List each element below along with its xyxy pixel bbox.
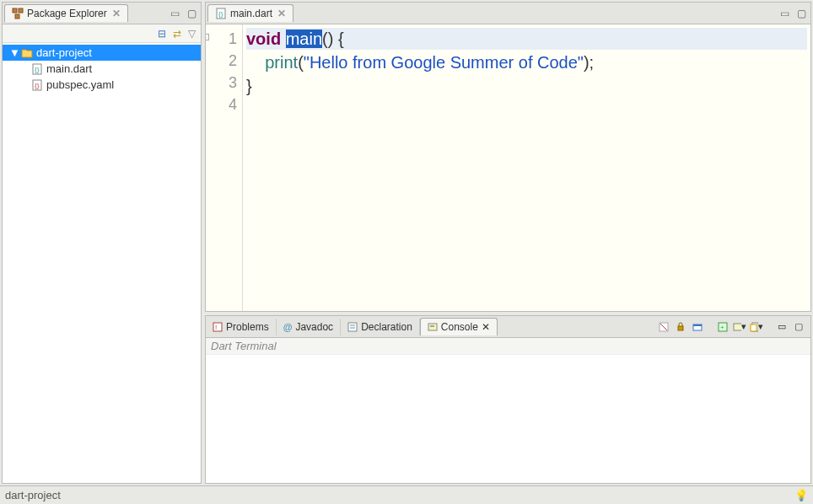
svg-rect-2 (15, 14, 19, 19)
selection: main (286, 29, 322, 48)
folder-icon (21, 48, 33, 58)
svg-rect-0 (13, 8, 17, 13)
file-name: main.dart (46, 62, 92, 75)
package-explorer-toolbar: ⊟ ⇄ ▽ (3, 24, 201, 43)
package-explorer-tree[interactable]: ▼ dart-project {} main.dart {} pubspec.y… (3, 43, 201, 483)
svg-rect-11 (348, 323, 357, 331)
svg-rect-1 (19, 8, 23, 13)
line-number: -1 (206, 28, 237, 50)
line-number: 3 (206, 72, 237, 94)
file-node[interactable]: {} pubspec.yaml (3, 77, 201, 93)
package-explorer-tabbar: Package Explorer ✕ ▭ ▢ (3, 3, 201, 24)
console-label: Console (441, 321, 478, 333)
dart-file-icon: {} (31, 63, 43, 75)
svg-rect-14 (428, 324, 437, 330)
package-explorer-panel: Package Explorer ✕ ▭ ▢ ⊟ ⇄ ▽ ▼ dart-proj… (2, 2, 202, 484)
svg-text:{}: {} (218, 10, 223, 18)
project-name: dart-project (36, 46, 92, 59)
svg-rect-23 (734, 324, 741, 330)
collapse-all-icon[interactable]: ⊟ (158, 28, 166, 40)
project-node[interactable]: ▼ dart-project (3, 45, 201, 61)
console-icon (428, 322, 438, 332)
fold-icon[interactable]: - (206, 34, 209, 40)
file-node[interactable]: {} main.dart (3, 61, 201, 77)
maximize-icon[interactable]: ▢ (186, 8, 197, 19)
console-tab[interactable]: Console ✕ (420, 318, 498, 335)
workspace: Package Explorer ✕ ▭ ▢ ⊟ ⇄ ▽ ▼ dart-proj… (0, 0, 813, 485)
javadoc-icon: @ (283, 322, 293, 332)
package-explorer-tab[interactable]: Package Explorer ✕ (4, 4, 128, 22)
javadoc-label: Javadoc (295, 321, 333, 333)
editor-tab[interactable]: {} main.dart ✕ (207, 4, 293, 22)
svg-text:{}: {} (35, 66, 40, 73)
tip-icon[interactable]: 💡 (794, 489, 808, 501)
editor-controls: ▭ ▢ (778, 8, 807, 19)
console-output[interactable] (206, 355, 810, 483)
problems-icon: ! (213, 322, 223, 332)
declaration-icon (347, 322, 358, 332)
gutter: -1 2 3 4 (206, 24, 243, 311)
link-editor-icon[interactable]: ⇄ (173, 28, 181, 40)
minimize-icon[interactable]: ▭ (778, 8, 790, 19)
svg-text:{}: {} (35, 82, 40, 89)
pin-console-icon[interactable] (691, 320, 704, 334)
console-toolbar: + ▾ ▾ ▭ ▢ (657, 320, 810, 334)
declaration-label: Declaration (361, 321, 412, 333)
minimize-icon[interactable]: ▭ (169, 8, 180, 19)
declaration-tab[interactable]: Declaration (341, 319, 420, 335)
code-area[interactable]: void main() { print("Hello from Google S… (243, 24, 810, 311)
svg-rect-25 (751, 324, 756, 331)
javadoc-tab[interactable]: @ Javadoc (277, 319, 341, 335)
console-panel: ! Problems @ Javadoc Declaration (205, 315, 811, 484)
dart-file-icon: {} (215, 8, 227, 19)
close-icon[interactable]: ✕ (112, 8, 121, 19)
views-tabbar: ! Problems @ Javadoc Declaration (206, 316, 810, 338)
line-number: 4 (206, 94, 237, 115)
line-number: 2 (206, 50, 237, 72)
right-panel: {} main.dart ✕ ▭ ▢ -1 2 3 4 void main() … (205, 2, 811, 484)
statusbar-project: dart-project (5, 489, 61, 501)
package-explorer-icon (12, 8, 24, 19)
editor-tabbar: {} main.dart ✕ ▭ ▢ (206, 3, 810, 24)
yaml-file-icon: {} (31, 79, 43, 91)
minimize-icon[interactable]: ▭ (775, 320, 789, 334)
display-selected-icon[interactable]: ▾ (733, 320, 746, 334)
console-title: Dart Terminal (206, 338, 810, 355)
svg-rect-20 (693, 324, 702, 326)
package-explorer-controls: ▭ ▢ (169, 8, 197, 19)
editor-area[interactable]: -1 2 3 4 void main() { print("Hello from… (206, 24, 810, 311)
file-name: pubspec.yaml (46, 78, 114, 91)
view-menu-icon[interactable]: ▽ (188, 28, 196, 40)
close-icon[interactable]: ✕ (277, 8, 286, 19)
scroll-lock-icon[interactable] (674, 320, 687, 334)
current-line: void main() { (246, 28, 807, 50)
svg-text:!: ! (215, 324, 217, 331)
maximize-icon[interactable]: ▢ (792, 320, 805, 334)
statusbar: dart-project 💡 (0, 485, 813, 504)
clear-console-icon[interactable] (657, 320, 670, 334)
svg-text:+: + (720, 324, 724, 331)
package-explorer-title: Package Explorer (27, 8, 107, 19)
close-icon[interactable]: ✕ (482, 321, 490, 333)
editor-panel: {} main.dart ✕ ▭ ▢ -1 2 3 4 void main() … (205, 2, 811, 312)
editor-tab-label: main.dart (230, 8, 272, 19)
expander-icon[interactable]: ▼ (9, 46, 18, 59)
new-console-icon[interactable]: ▾ (750, 320, 763, 334)
problems-label: Problems (226, 321, 269, 333)
svg-rect-18 (678, 326, 683, 330)
open-console-icon[interactable]: + (716, 320, 730, 334)
maximize-icon[interactable]: ▢ (795, 8, 807, 19)
problems-tab[interactable]: ! Problems (206, 319, 277, 335)
